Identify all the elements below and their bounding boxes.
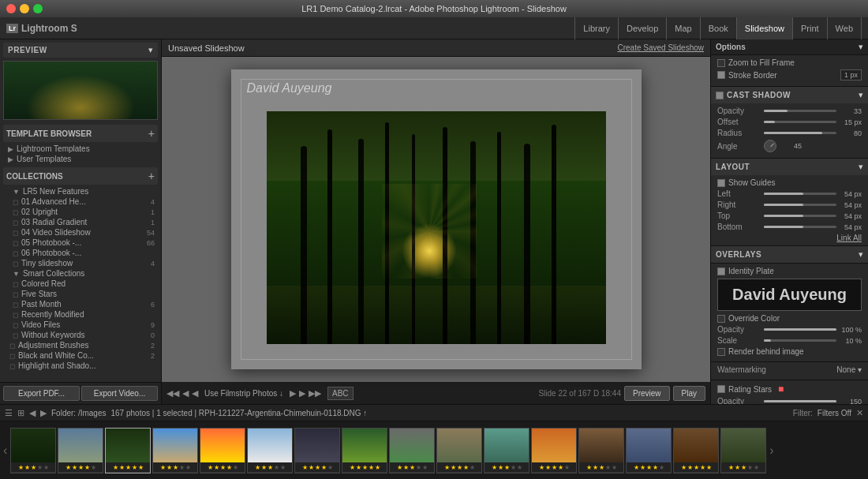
filmstrip-forward-icon[interactable]: ▶ <box>40 408 47 418</box>
zoom-fill-checkbox[interactable] <box>717 59 725 67</box>
link-all-button[interactable]: Link All <box>717 234 862 242</box>
template-user[interactable]: ▶ User Templates <box>3 154 158 164</box>
collections-add[interactable]: + <box>148 170 155 182</box>
nav-develop[interactable]: Develop <box>619 17 667 39</box>
skip-forward-icon[interactable]: ▶▶ <box>309 388 321 399</box>
collection-06[interactable]: ◻ 06 Photobook -... <box>3 248 158 258</box>
nav-web[interactable]: Web <box>828 17 862 39</box>
create-saved-slideshow-button[interactable]: Create Saved Slideshow <box>617 43 704 52</box>
thumb-7[interactable]: ★★★★★ <box>294 428 340 473</box>
options-chevron[interactable]: ▾ <box>859 42 863 52</box>
filmstrip-toggle-icon[interactable]: ☰ <box>5 408 13 418</box>
angle-dial[interactable] <box>764 140 776 152</box>
top-slider[interactable] <box>764 215 836 217</box>
skip-back-icon[interactable]: ◀◀ <box>166 388 179 399</box>
play-button[interactable]: Play <box>673 386 705 401</box>
filmstrip-right-arrow[interactable]: › <box>768 443 775 458</box>
thumb-16[interactable]: ★★★★★ <box>720 428 766 473</box>
nav-print[interactable]: Print <box>793 17 828 39</box>
minimize-button[interactable] <box>20 4 29 13</box>
right-slider[interactable] <box>764 204 836 206</box>
rating-opacity-slider[interactable] <box>764 400 836 402</box>
thumb-13[interactable]: ★★★★★ <box>578 428 624 473</box>
template-browser-header[interactable]: Template Browser + <box>3 125 158 142</box>
thumb-10[interactable]: ★★★★★ <box>436 428 482 473</box>
collection-nokeywords[interactable]: ◻ Without Keywords 0 <box>3 330 158 340</box>
nav-book[interactable]: Book <box>701 17 737 39</box>
preview-header[interactable]: Preview ▾ <box>3 43 158 58</box>
filmstrip-left-arrow[interactable]: ‹ <box>2 443 9 458</box>
render-behind-checkbox[interactable] <box>717 348 725 356</box>
collection-04[interactable]: ◻ 04 Video Slideshow 54 <box>3 227 158 238</box>
zoom-fill-row[interactable]: Zoom to Fill Frame <box>717 58 862 67</box>
export-video-button[interactable]: Export Video... <box>81 386 158 401</box>
filter-close-icon[interactable]: ✕ <box>856 408 863 418</box>
thumb-12[interactable]: ★★★★★ <box>531 428 577 473</box>
preview-button[interactable]: Preview <box>624 386 670 401</box>
radius-slider[interactable] <box>764 132 836 134</box>
collection-lr5[interactable]: ▼ LR5 New Features <box>3 186 158 196</box>
back-icon2[interactable]: ◀ <box>192 388 198 399</box>
collection-02[interactable]: ◻ 02 Upright 1 <box>3 207 158 217</box>
rating-stars-row[interactable]: Rating Stars ■ <box>717 384 862 395</box>
back-icon[interactable]: ◀ <box>182 388 189 399</box>
collection-past-month[interactable]: ◻ Past Month 6 <box>3 299 158 309</box>
thumb-6[interactable]: ★★★★★ <box>247 428 293 473</box>
collection-tiny[interactable]: ◻ Tiny slideshow 4 <box>3 258 158 268</box>
override-color-row[interactable]: Override Color <box>717 314 862 323</box>
template-lightroom[interactable]: ▶ Lightroom Templates <box>3 144 158 154</box>
cast-shadow-header[interactable]: Cast Shadow ▾ <box>711 87 868 103</box>
collection-recently[interactable]: ◻ Recently Modified <box>3 309 158 320</box>
window-controls[interactable] <box>6 4 43 13</box>
cast-shadow-checkbox[interactable] <box>716 92 724 99</box>
filmstrip-grid-icon[interactable]: ⊞ <box>17 408 24 418</box>
render-behind-row[interactable]: Render behind image <box>717 347 862 356</box>
thumb-5[interactable]: ★★★★★ <box>200 428 245 473</box>
ip-scale-slider[interactable] <box>764 339 836 342</box>
thumb-8[interactable]: ★★★★★ <box>342 428 387 473</box>
thumb-4[interactable]: ★★★★★ <box>152 428 198 473</box>
layout-header[interactable]: Layout ▾ <box>711 159 868 175</box>
identity-plate-row[interactable]: Identity Plate <box>717 267 862 275</box>
show-guides-row[interactable]: Show Guides <box>717 178 862 187</box>
bottom-slider[interactable] <box>764 226 836 228</box>
identity-plate-checkbox[interactable] <box>717 268 725 275</box>
collection-video[interactable]: ◻ Video Files 9 <box>3 320 158 330</box>
stroke-border-row[interactable]: Stroke Border 1 px <box>717 69 862 80</box>
play-icon[interactable]: ▶ <box>290 388 296 399</box>
export-pdf-button[interactable]: Export PDF... <box>3 386 80 401</box>
left-slider[interactable] <box>764 193 836 195</box>
collection-highlight[interactable]: ◻ Highlight and Shado... <box>3 361 158 371</box>
ip-opacity-slider[interactable] <box>764 328 836 331</box>
nav-slideshow[interactable]: Slideshow <box>737 17 793 39</box>
close-button[interactable] <box>6 4 16 13</box>
rating-stars-checkbox[interactable] <box>717 385 725 393</box>
collection-05[interactable]: ◻ 05 Photobook -... 66 <box>3 238 158 248</box>
collection-five-stars[interactable]: ◻ Five Stars <box>3 289 158 299</box>
nav-map[interactable]: Map <box>667 17 700 39</box>
filmstrip-back-icon[interactable]: ◀ <box>29 408 36 418</box>
thumb-2[interactable]: ★★★★★ <box>58 428 103 473</box>
maximize-button[interactable] <box>33 4 43 13</box>
stroke-border-checkbox[interactable] <box>717 71 725 79</box>
thumb-14[interactable]: ★★★★★ <box>626 428 672 473</box>
thumb-1[interactable]: ★★★★★ <box>10 428 56 473</box>
opacity-slider[interactable] <box>764 110 836 112</box>
thumb-11[interactable]: ★★★★★ <box>484 428 529 473</box>
collection-colored[interactable]: ◻ Colored Red <box>3 279 158 289</box>
collection-01[interactable]: ◻ 01 Advanced He... 4 <box>3 196 158 207</box>
abc-button[interactable]: ABC <box>327 387 354 400</box>
collection-bw[interactable]: ◻ Black and White Co... 2 <box>3 350 158 361</box>
collection-03[interactable]: ◻ 03 Radial Gradient 1 <box>3 217 158 227</box>
collection-adjustment[interactable]: ◻ Adjustment Brushes 2 <box>3 340 158 350</box>
thumb-15[interactable]: ★★★★★ <box>673 428 719 473</box>
nav-library[interactable]: Library <box>574 17 619 39</box>
template-browser-add[interactable]: + <box>148 127 155 140</box>
show-guides-checkbox[interactable] <box>717 179 725 187</box>
collection-smart[interactable]: ▼ Smart Collections <box>3 268 158 279</box>
thumb-3[interactable]: ★★★★★ <box>105 428 151 473</box>
play-icon2[interactable]: ▶ <box>299 388 305 399</box>
color-picker[interactable]: ■ <box>778 384 784 395</box>
watermarking-dropdown[interactable]: None ▾ <box>761 365 862 374</box>
offset-slider[interactable] <box>764 121 836 123</box>
